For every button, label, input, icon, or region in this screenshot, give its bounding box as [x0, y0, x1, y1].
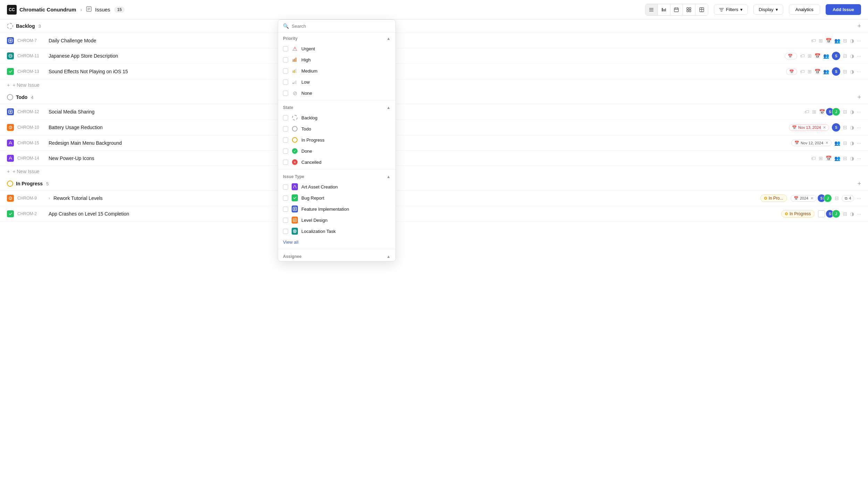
- date-remove-icon[interactable]: ✕: [810, 196, 813, 201]
- issue-title[interactable]: Daily Challenge Mode: [49, 38, 808, 43]
- estimate-icon[interactable]: ⊟: [843, 69, 847, 74]
- feature-checkbox[interactable]: [283, 207, 288, 212]
- filter-item-cancelled[interactable]: ✕ Cancelled: [278, 157, 395, 168]
- calendar-icon[interactable]: 📅: [815, 53, 820, 59]
- in-progress-add-button[interactable]: +: [857, 180, 861, 187]
- low-checkbox[interactable]: [283, 79, 288, 85]
- more-icon[interactable]: ···: [857, 211, 861, 217]
- more-icon[interactable]: ···: [857, 53, 861, 59]
- calendar-icon[interactable]: 📅: [815, 69, 820, 74]
- add-issue-button[interactable]: Add Issue: [826, 4, 861, 15]
- inprogress-state-checkbox[interactable]: [283, 137, 288, 143]
- done-state-checkbox[interactable]: [283, 149, 288, 154]
- more-icon[interactable]: ···: [857, 125, 861, 130]
- tag-icon[interactable]: 🏷: [804, 109, 809, 115]
- clock-icon[interactable]: ⊞: [819, 156, 823, 161]
- date-remove-icon[interactable]: ✕: [823, 125, 826, 130]
- tag-icon[interactable]: 🏷: [811, 38, 816, 43]
- filter-item-bug[interactable]: Bug Report: [278, 192, 395, 203]
- view-all-button[interactable]: View all: [278, 237, 395, 247]
- cancelled-state-checkbox[interactable]: [283, 160, 288, 165]
- tag-icon[interactable]: 🏷: [800, 53, 805, 59]
- issue-title[interactable]: Battery Usage Reduction: [49, 125, 785, 130]
- filter-item-low[interactable]: Low: [278, 76, 395, 87]
- more-icon[interactable]: ···: [857, 69, 861, 74]
- estimate-icon[interactable]: ⊟: [843, 140, 847, 146]
- assignee-icon[interactable]: 👥: [834, 140, 840, 146]
- filter-item-art[interactable]: Art Asset Creation: [278, 181, 395, 192]
- tag-icon[interactable]: 🏷: [800, 69, 805, 74]
- filter-item-feature[interactable]: Feature Implementation: [278, 203, 395, 215]
- medium-checkbox[interactable]: [283, 68, 288, 74]
- estimate-icon[interactable]: ⊟: [843, 38, 847, 43]
- tag-icon[interactable]: 🏷: [811, 156, 816, 161]
- filter-item-todo[interactable]: Todo: [278, 123, 395, 134]
- priority-icon[interactable]: ◑: [850, 125, 854, 130]
- urgent-checkbox[interactable]: [283, 46, 288, 51]
- clock-icon[interactable]: ⊞: [819, 38, 823, 43]
- assignee-icon[interactable]: 👥: [823, 53, 829, 59]
- checkbox-icon[interactable]: [818, 210, 825, 217]
- none-checkbox[interactable]: [283, 91, 288, 96]
- clock-icon[interactable]: ⊞: [808, 69, 812, 74]
- assignee-icon[interactable]: 👥: [834, 38, 840, 43]
- filter-item-local[interactable]: Localization Task: [278, 226, 395, 237]
- filter-item-medium[interactable]: Medium: [278, 65, 395, 76]
- more-icon[interactable]: ···: [857, 140, 861, 146]
- more-icon[interactable]: ···: [857, 156, 861, 161]
- estimate-icon[interactable]: ⊟: [843, 125, 847, 130]
- bar-view-button[interactable]: [658, 4, 670, 15]
- clock-icon[interactable]: ⊞: [808, 53, 812, 59]
- priority-icon[interactable]: ◑: [850, 140, 854, 146]
- level-checkbox[interactable]: [283, 218, 288, 223]
- local-checkbox[interactable]: [283, 229, 288, 234]
- date-chip[interactable]: 📅: [785, 53, 797, 59]
- issue-title[interactable]: Japanese App Store Description: [49, 53, 781, 59]
- new-issue-todo-button[interactable]: + + New Issue: [0, 166, 868, 177]
- filter-item-backlog[interactable]: Backlog: [278, 112, 395, 123]
- filter-search-input[interactable]: [292, 24, 391, 29]
- calendar-view-button[interactable]: [670, 4, 683, 15]
- filter-item-high[interactable]: High: [278, 54, 395, 65]
- issue-title[interactable]: Rework Tutorial Levels: [53, 195, 757, 201]
- filters-button[interactable]: Filters ▾: [714, 5, 748, 15]
- more-icon[interactable]: ···: [857, 195, 861, 201]
- list-view-button[interactable]: [645, 4, 658, 15]
- todo-state-checkbox[interactable]: [283, 126, 288, 132]
- priority-icon[interactable]: ◑: [850, 38, 854, 43]
- estimate-icon[interactable]: ⊟: [843, 53, 847, 59]
- art-checkbox[interactable]: [283, 184, 288, 190]
- estimate-icon[interactable]: ⊟: [843, 156, 847, 161]
- filter-item-level[interactable]: Level Design: [278, 215, 395, 226]
- priority-icon[interactable]: ◑: [850, 69, 854, 74]
- issue-title[interactable]: Sound Effects Not Playing on iOS 15: [49, 69, 783, 74]
- filter-item-none[interactable]: ⊘ None: [278, 87, 395, 99]
- new-issue-backlog-button[interactable]: + + New Issue: [0, 79, 868, 91]
- issue-title[interactable]: App Crashes on Level 15 Completion: [49, 211, 778, 217]
- high-checkbox[interactable]: [283, 57, 288, 62]
- assignee-icon[interactable]: 👥: [823, 69, 829, 74]
- grid-view-button[interactable]: [683, 4, 695, 15]
- priority-icon[interactable]: ◑: [850, 109, 854, 115]
- assignee-icon[interactable]: 👥: [834, 156, 840, 161]
- date-chip[interactable]: 📅 2024 ✕: [791, 195, 817, 202]
- estimate-icon[interactable]: ⊟: [843, 109, 847, 115]
- more-icon[interactable]: ···: [857, 109, 861, 115]
- clock-icon[interactable]: ⊞: [812, 109, 816, 115]
- priority-icon[interactable]: ◑: [850, 53, 854, 59]
- bug-checkbox[interactable]: [283, 195, 288, 201]
- issue-title[interactable]: New Power-Up Icons: [49, 156, 808, 161]
- backlog-add-button[interactable]: +: [857, 23, 861, 29]
- date-remove-icon[interactable]: ✕: [825, 141, 828, 145]
- calendar-icon[interactable]: 📅: [819, 109, 825, 115]
- estimate-icon[interactable]: ⊟: [835, 195, 839, 201]
- issue-title[interactable]: Social Media Sharing: [49, 109, 801, 115]
- date-chip[interactable]: 📅: [786, 68, 797, 75]
- filter-item-in-progress[interactable]: In Progress: [278, 134, 395, 145]
- filter-item-done[interactable]: ✓ Done: [278, 145, 395, 157]
- table-view-button[interactable]: [695, 4, 708, 15]
- calendar-icon[interactable]: 📅: [826, 156, 832, 161]
- issue-title[interactable]: Redesign Main Menu Background: [49, 140, 788, 146]
- todo-add-button[interactable]: +: [857, 94, 861, 100]
- priority-icon[interactable]: ◑: [850, 156, 854, 161]
